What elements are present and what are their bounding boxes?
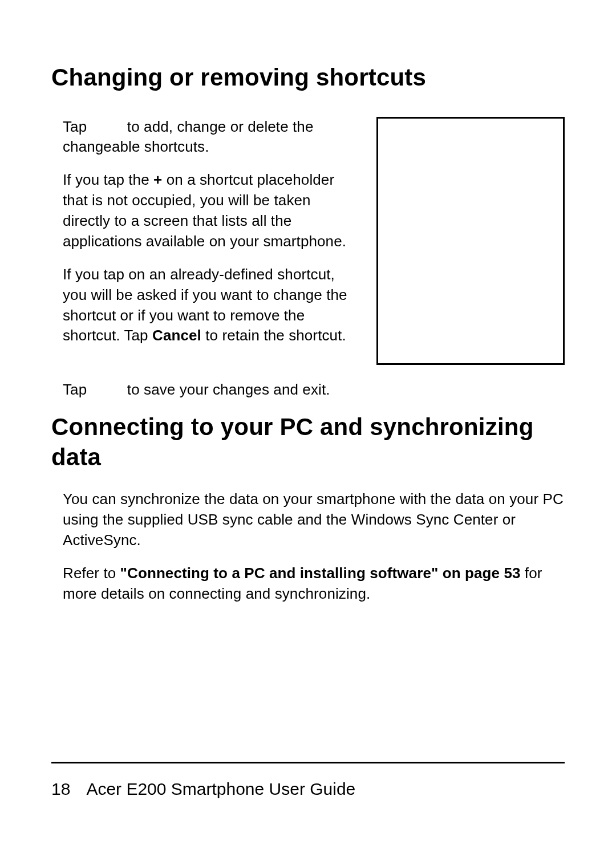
screenshot-placeholder (376, 117, 565, 365)
left-text-column: Tap to add, change or delete the changea… (51, 117, 356, 359)
text-fragment: Tap (63, 118, 91, 135)
right-image-column (376, 117, 565, 365)
page-footer: 18 Acer E200 Smartphone User Guide (51, 779, 355, 799)
footer-title: Acer E200 Smartphone User Guide (86, 779, 355, 799)
heading-connecting-pc: Connecting to your PC and synchronizing … (51, 412, 565, 472)
paragraph-refer-link: Refer to "Connecting to a PC and install… (51, 563, 565, 604)
cancel-label: Cancel (152, 327, 201, 344)
plus-icon: + (153, 171, 162, 188)
heading-changing-shortcuts: Changing or removing shortcuts (51, 63, 565, 93)
text-fragment: to save your changes and exit. (123, 381, 330, 398)
text-fragment: Tap (63, 381, 91, 398)
text-fragment: If you tap the (63, 171, 153, 188)
paragraph-sync-intro: You can synchronize the data on your sma… (51, 489, 565, 551)
text-fragment: to add, change or delete the changeable … (63, 118, 313, 156)
text-fragment: to retain the shortcut. (201, 327, 346, 344)
paragraph-plus-placeholder: If you tap the + on a shortcut placehold… (63, 170, 356, 252)
page-number: 18 (51, 779, 70, 799)
footer-rule (51, 762, 565, 763)
paragraph-save-exit: Tap to save your changes and exit. (51, 380, 565, 400)
two-column-layout: Tap to add, change or delete the changea… (51, 117, 565, 365)
paragraph-tap-edit: Tap to add, change or delete the changea… (63, 117, 356, 158)
page: Changing or removing shortcuts Tap to ad… (0, 0, 616, 849)
text-fragment: Refer to (63, 564, 120, 582)
cross-reference: "Connecting to a PC and installing softw… (120, 564, 521, 582)
paragraph-defined-shortcut: If you tap on an already-defined shortcu… (63, 265, 356, 347)
